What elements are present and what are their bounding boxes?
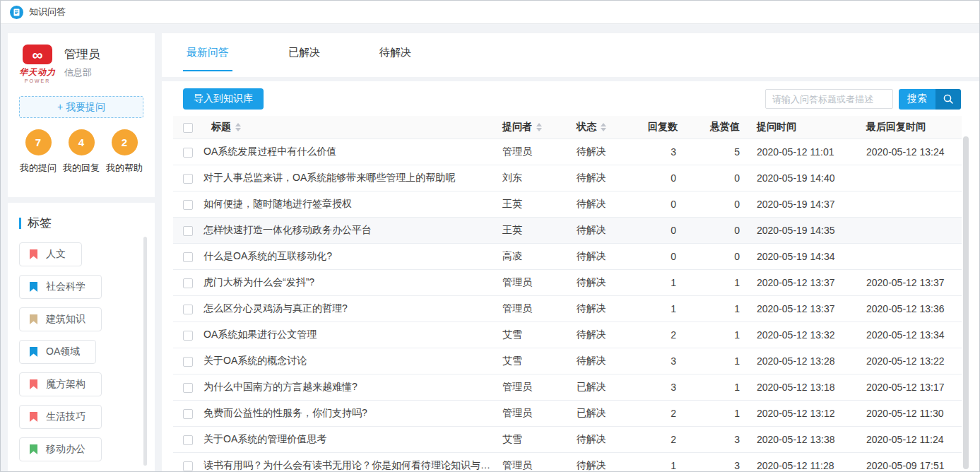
cell-title[interactable]: 关于OA系统的概念讨论 (201, 348, 492, 374)
page-title: 知识问答 (29, 6, 66, 18)
tag-chip[interactable]: 移动办公 (19, 437, 102, 461)
tags-section-title: 标签 (28, 215, 52, 231)
qa-table: 标题提问者状态回复数悬赏值提问时间最后回复时间 OA系统发展过程中有什么价值 管… (173, 116, 962, 472)
cell-bounty: 5 (683, 138, 747, 165)
column-header[interactable]: 状态 (567, 116, 648, 138)
table-scrollbar[interactable] (963, 136, 969, 469)
stat-badge[interactable]: 2 我的帮助 (104, 129, 145, 175)
cell-title[interactable]: 如何便捷，随时随地进行签章授权 (201, 191, 492, 217)
cell-title[interactable]: 关于OA系统的管理价值思考 (201, 426, 492, 452)
cell-title[interactable]: 虎门大桥为什么会“发抖”? (201, 269, 492, 295)
cell-title[interactable]: 免费而公益性的性服务，你们支持吗? (201, 400, 492, 426)
bookmark-icon (30, 347, 37, 357)
row-checkbox[interactable] (183, 278, 193, 288)
cell-status: 待解决 (567, 452, 648, 472)
import-to-kb-button[interactable]: 导入到知识库 (183, 88, 264, 110)
sort-icon[interactable] (235, 123, 242, 131)
tag-chip[interactable]: OA领域 (19, 340, 96, 364)
sort-icon[interactable] (601, 123, 607, 131)
cell-ask-time: 2020-05-19 14:35 (747, 217, 856, 243)
cell-title[interactable]: 怎么区分心灵鸡汤与真正的哲理? (201, 295, 492, 321)
tag-chip[interactable]: 社会科学 (19, 275, 102, 299)
tag-chip[interactable]: 生活技巧 (19, 405, 102, 429)
cell-ask-time: 2020-05-12 13:18 (747, 374, 856, 400)
cell-replies: 2 (648, 400, 683, 426)
cell-title[interactable]: 读书有用吗？为什么会有读书无用论？你是如何看待理论知识与实... (201, 452, 492, 472)
cell-title[interactable]: 对于人事总监来讲，OA系统能够带来哪些管理上的帮助呢 (201, 165, 492, 191)
section-accent-bar (19, 218, 21, 229)
tab-2[interactable]: 待解决 (376, 46, 415, 70)
bookmark-icon (30, 412, 37, 422)
tag-label: 人文 (46, 248, 66, 261)
stat-badge[interactable]: 4 我的回复 (61, 129, 102, 175)
bookmark-icon (30, 282, 37, 292)
cell-replies: 1 (648, 295, 683, 321)
table-row: 什么是OA系统的互联移动化? 高凌 待解决 0 0 2020-05-19 14:… (173, 243, 962, 269)
cell-last-reply: 2020-05-12 13:22 (856, 348, 962, 374)
row-checkbox[interactable] (183, 148, 193, 158)
column-header: 回复数 (648, 116, 683, 138)
search-button[interactable]: 搜索 (899, 89, 961, 110)
column-header[interactable]: 提问者 (492, 116, 567, 138)
cell-title[interactable]: OA系统发展过程中有什么价值 (201, 138, 492, 165)
bookmark-icon (30, 314, 37, 324)
row-checkbox[interactable] (183, 226, 193, 236)
row-checkbox[interactable] (183, 383, 193, 393)
row-checkbox[interactable] (183, 305, 193, 314)
cell-status: 待解决 (567, 243, 648, 269)
tag-label: 社会科学 (46, 281, 85, 293)
tag-chip[interactable]: 魔方架构 (19, 372, 102, 396)
profile-card: ∞ 华天动力 POWER 管理员 信息部 + 我要提问 7 我的提问 4 我的回… (8, 33, 155, 197)
row-checkbox[interactable] (183, 435, 193, 445)
app-window: 知识问答 ∞ 华天动力 POWER 管理员 信息部 + 我要提问 7 我的提问 … (0, 0, 980, 472)
search-button-label: 搜索 (899, 89, 935, 110)
select-all-checkbox[interactable] (183, 123, 193, 133)
cell-last-reply (856, 217, 962, 243)
row-checkbox[interactable] (183, 409, 193, 419)
cell-status: 已解决 (567, 374, 648, 400)
column-header[interactable]: 标题 (201, 116, 492, 138)
column-header: 悬赏值 (683, 116, 747, 138)
cell-replies: 3 (648, 138, 683, 165)
tags-scrollbar[interactable] (143, 237, 147, 466)
cell-replies: 1 (648, 452, 683, 472)
cell-bounty: 1 (683, 374, 747, 400)
cell-asker: 艾雪 (492, 426, 567, 452)
tag-label: OA领域 (46, 346, 80, 358)
cell-title[interactable]: 为什么中国南方的方言越来越难懂? (201, 374, 492, 400)
cell-title[interactable]: 怎样快速打造一体化移动政务办公平台 (201, 217, 492, 243)
table-row: 怎样快速打造一体化移动政务办公平台 王英 待解决 0 0 2020-05-19 … (173, 217, 962, 243)
cell-last-reply (856, 165, 962, 191)
tab-0[interactable]: 最新问答 (183, 46, 232, 71)
cell-bounty: 3 (683, 452, 747, 472)
brand-subtitle: POWER (18, 78, 57, 83)
cell-asker: 管理员 (492, 400, 567, 426)
cell-title[interactable]: OA系统如果进行公文管理 (201, 321, 492, 348)
tag-chip[interactable]: 人文 (19, 242, 82, 266)
row-checkbox[interactable] (183, 331, 193, 341)
search-input[interactable] (765, 89, 893, 109)
tag-chip[interactable]: 建筑知识 (19, 307, 102, 331)
tab-1[interactable]: 已解决 (285, 46, 324, 70)
cell-status: 待解决 (567, 138, 648, 165)
row-checkbox[interactable] (183, 357, 193, 367)
stat-badge[interactable]: 7 我的提问 (18, 129, 59, 175)
user-name: 管理员 (64, 46, 100, 62)
row-checkbox[interactable] (183, 461, 193, 471)
cell-asker: 管理员 (492, 138, 567, 165)
cell-bounty: 1 (683, 295, 747, 321)
sort-icon[interactable] (536, 123, 543, 131)
cell-title[interactable]: 什么是OA系统的互联移动化? (201, 243, 492, 269)
cell-last-reply: 2020-05-12 13:36 (856, 295, 962, 321)
cell-replies: 2 (648, 426, 683, 452)
row-checkbox[interactable] (183, 174, 193, 184)
cell-last-reply: 2020-05-12 13:17 (856, 374, 962, 400)
cell-last-reply: 2020-05-12 13:37 (856, 269, 962, 295)
cell-last-reply: 2020-05-12 13:34 (856, 321, 962, 348)
cell-status: 待解决 (567, 165, 648, 191)
row-checkbox[interactable] (183, 252, 193, 262)
cell-status: 待解决 (567, 217, 648, 243)
ask-question-button[interactable]: + 我要提问 (19, 96, 143, 118)
cell-replies: 0 (648, 191, 683, 217)
row-checkbox[interactable] (183, 200, 193, 210)
